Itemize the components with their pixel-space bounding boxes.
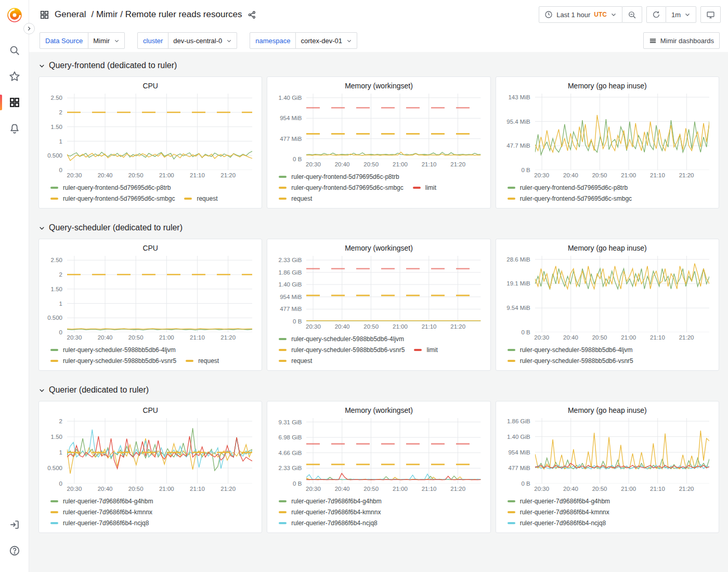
legend-series-label: ruler-query-scheduler-5988bb5db6-4ljvm [63, 346, 176, 354]
sidebar [0, 0, 29, 572]
chevron-down-icon [226, 38, 232, 44]
x-axis-tick-label: 20:30 [534, 486, 549, 492]
sidebar-expand-button[interactable] [23, 23, 35, 34]
refresh-interval-picker[interactable]: 1m [666, 6, 696, 23]
panel-title[interactable]: Memory (go heap inuse) [499, 404, 716, 417]
variable-label[interactable]: namespace [250, 32, 296, 49]
y-axis-tick-label: 1 [59, 301, 62, 307]
panel-title[interactable]: Memory (workingset) [270, 404, 487, 417]
legend-item[interactable]: ruler-query-scheduler-5988bb5db6-4ljvm [279, 335, 404, 343]
x-axis-tick-label: 20:30 [534, 334, 549, 341]
legend-item[interactable]: request [186, 357, 219, 365]
y-axis-tick-label: 0.500 [47, 465, 62, 471]
row-collapse-header[interactable]: Query-scheduler (dedicated to ruler) [38, 222, 719, 234]
y-axis-tick-label: 0 [59, 329, 62, 335]
panel-title[interactable]: CPU [42, 79, 258, 93]
x-axis-tick-label: 20:40 [98, 172, 113, 178]
row-collapse-header[interactable]: Querier (dedicated to ruler) [38, 384, 719, 396]
variable-value-dropdown[interactable]: dev-us-central-0 [168, 32, 237, 49]
panel-title[interactable]: Memory (go heap inuse) [499, 79, 716, 93]
legend-series-label: ruler-querier-7d9686f6b4-g4hbm [520, 498, 610, 505]
variable-value-dropdown[interactable]: cortex-dev-01 [295, 32, 357, 49]
variable-label[interactable]: cluster [137, 32, 168, 49]
variable-label[interactable]: Data Source [40, 32, 88, 49]
legend-item[interactable]: ruler-querier-7d9686f6b4-ncjq8 [279, 519, 377, 527]
legend-item[interactable]: request [279, 195, 312, 202]
zoom-out-time-button[interactable] [622, 6, 642, 23]
x-axis-tick-label: 20:50 [363, 161, 379, 167]
breadcrumb-dashboard-title[interactable]: / Mimir / Remote ruler reads resources [91, 9, 242, 20]
legend-item[interactable]: ruler-querier-7d9686f6b4-g4hbm [279, 498, 381, 505]
panel-title[interactable]: CPU [42, 241, 258, 255]
legend-item[interactable]: ruler-query-scheduler-5988bb5db6-vsnr5 [508, 357, 633, 365]
legend-series-label: request [197, 195, 217, 202]
legend-item[interactable]: ruler-query-frontend-5d79695d6c-smbgc [279, 184, 403, 191]
star-icon[interactable] [0, 64, 29, 88]
panel-title[interactable]: Memory (workingset) [270, 241, 487, 255]
panel-title[interactable]: Memory (workingset) [270, 79, 487, 93]
time-range-picker[interactable]: Last 1 hour UTC [539, 6, 622, 23]
legend-item[interactable]: ruler-querier-7d9686f6b4-kmnnx [279, 509, 381, 516]
legend-item[interactable]: ruler-querier-7d9686f6b4-kmnnx [50, 509, 152, 516]
refresh-button[interactable] [646, 6, 666, 23]
chart-canvas [67, 418, 252, 484]
legend-series-label: ruler-query-scheduler-5988bb5db6-vsnr5 [291, 346, 405, 354]
x-axis-tick-label: 21:20 [220, 486, 236, 492]
legend-item[interactable]: ruler-query-frontend-5d79695d6c-p8trb [279, 173, 399, 180]
legend-item[interactable]: limit [413, 184, 436, 191]
alerting-bell-icon[interactable] [0, 116, 29, 140]
legend-item[interactable]: ruler-query-frontend-5d79695d6c-p8trb [50, 184, 171, 191]
y-axis-tick-label: 0 B [293, 318, 302, 324]
legend-item[interactable]: ruler-query-scheduler-5988bb5db6-4ljvm [508, 346, 633, 354]
legend-item[interactable]: ruler-query-scheduler-5988bb5db6-vsnr5 [279, 346, 405, 354]
legend-item[interactable]: ruler-query-frontend-5d79695d6c-p8trb [508, 184, 628, 191]
legend-item[interactable]: ruler-querier-7d9686f6b4-g4hbm [50, 498, 153, 505]
y-axis-tick-label: 1.50 [51, 124, 62, 130]
mimir-dashboards-button[interactable]: Mimir dashboards [643, 32, 720, 49]
legend-series-label: ruler-querier-7d9686f6b4-g4hbm [291, 498, 381, 505]
breadcrumb-folder[interactable]: General [55, 9, 86, 20]
x-axis-tick-label: 20:50 [363, 486, 379, 492]
legend-item[interactable]: request [279, 357, 312, 365]
legend-item[interactable]: ruler-query-frontend-5d79695d6c-smbgc [508, 195, 632, 202]
row-collapse-header[interactable]: Query-frontend (dedicated to ruler) [38, 59, 719, 72]
y-axis-tick-label: 9.31 GiB [279, 419, 302, 425]
legend-item[interactable]: ruler-query-scheduler-5988bb5db6-vsnr5 [50, 357, 176, 365]
legend-series-label: ruler-query-scheduler-5988bb5db6-4ljvm [520, 346, 633, 354]
grafana-logo-icon[interactable] [5, 5, 24, 25]
sign-out-icon[interactable] [0, 513, 29, 537]
y-axis-tick-label: 477 MiB [280, 306, 302, 312]
legend-item[interactable]: ruler-querier-7d9686f6b4-g4hbm [508, 498, 610, 505]
x-axis-tick-label: 21:20 [450, 486, 465, 492]
legend-series-label: request [291, 357, 312, 365]
x-axis-tick-label: 20:40 [563, 486, 578, 492]
kiosk-mode-button[interactable] [700, 6, 721, 23]
legend-item[interactable]: request [184, 195, 217, 202]
help-icon[interactable] [0, 539, 29, 563]
panel-title[interactable]: CPU [42, 404, 258, 417]
row-title: Querier (dedicated to ruler) [49, 385, 149, 395]
legend-series-label: request [291, 195, 312, 202]
legend-item[interactable]: ruler-query-scheduler-5988bb5db6-4ljvm [50, 346, 176, 354]
chevron-down-icon [346, 38, 352, 44]
legend-series-swatch [186, 360, 193, 362]
x-axis-tick-label: 20:30 [67, 172, 82, 178]
legend-series-label: ruler-query-frontend-5d79695d6c-p8trb [291, 173, 399, 180]
variable-value-dropdown[interactable]: Mimir [88, 32, 125, 49]
panel-title[interactable]: Memory (go heap inuse) [499, 241, 716, 255]
search-icon[interactable] [0, 38, 29, 62]
legend-item[interactable]: ruler-querier-7d9686f6b4-kmnnx [508, 509, 609, 516]
share-icon[interactable] [248, 10, 256, 19]
x-axis-tick-label: 20:50 [128, 172, 144, 178]
legend-item[interactable]: ruler-querier-7d9686f6b4-ncjq8 [508, 519, 606, 527]
legend-item[interactable]: ruler-query-frontend-5d79695d6c-smbgc [50, 195, 175, 202]
legend-series-swatch [279, 198, 287, 200]
y-axis-tick-label: 28.6 MiB [506, 256, 530, 263]
legend-item[interactable]: ruler-querier-7d9686f6b4-ncjq8 [50, 519, 149, 527]
chevron-down-icon [38, 62, 45, 69]
legend-item[interactable]: limit [414, 346, 437, 354]
legend-series-swatch [279, 176, 287, 178]
x-axis-tick-label: 21:20 [679, 486, 694, 492]
dashboards-icon[interactable] [0, 90, 29, 114]
x-axis-tick-label: 20:30 [306, 161, 321, 167]
